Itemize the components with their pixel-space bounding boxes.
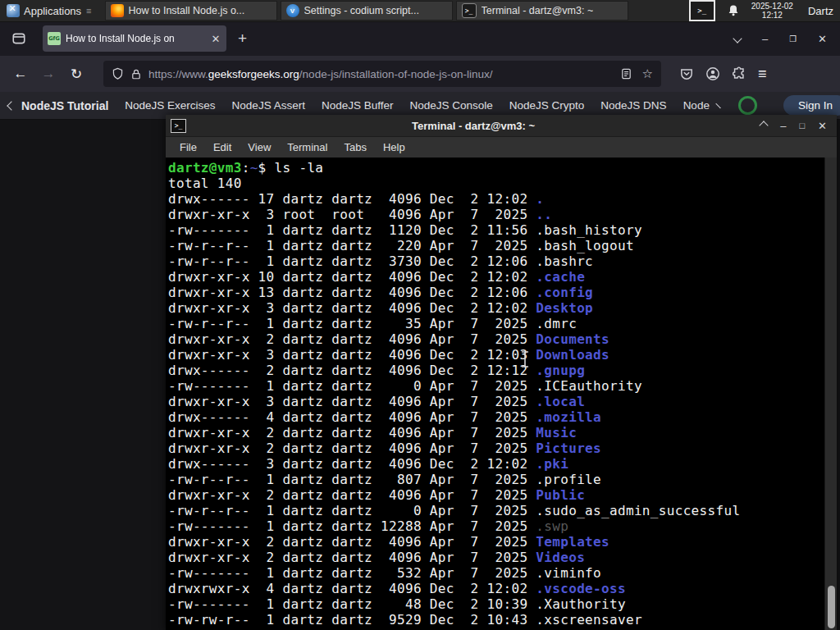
reader-view-icon[interactable] <box>620 67 632 80</box>
terminal-output[interactable]: dartz@vm3:~$ ls -la total 140 drwx------… <box>166 158 837 630</box>
nav-link[interactable]: NodeJS DNS <box>600 99 666 112</box>
file-name: .. <box>536 207 552 222</box>
menu-icon[interactable]: ≡ <box>758 66 767 83</box>
file-name: .bash_history <box>536 222 642 238</box>
file-name: Videos <box>536 550 585 565</box>
account-icon[interactable] <box>705 66 720 81</box>
file-name: .sudo_as_admin_successful <box>536 503 740 518</box>
file-name: .bashrc <box>536 253 593 269</box>
applications-menu-button[interactable]: Applications ≡ <box>0 0 98 21</box>
nav-link[interactable]: NodeJS Tutorial <box>8 99 108 112</box>
terminal-menu-view[interactable]: View <box>240 139 278 156</box>
nav-link[interactable]: NodeJS Assert <box>232 99 305 112</box>
terminal-scrollbar[interactable] <box>824 158 837 630</box>
terminal-menu-file[interactable]: File <box>172 139 204 156</box>
panel-window-button[interactable]: >_Terminal - dartz@vm3: ~ <box>456 1 628 21</box>
menu-lines-icon: ≡ <box>86 6 91 16</box>
prompt-user: dartz@vm3 <box>168 160 242 176</box>
terminal-window-icon: >_ <box>171 119 186 133</box>
nav-link[interactable]: Node <box>683 99 710 112</box>
tab-close-icon[interactable]: ✕ <box>210 33 221 45</box>
ls-row: drwx------ 2 dartz dartz 4096 Dec 2 12:1… <box>168 363 837 378</box>
minimize-button[interactable]: – <box>762 33 768 45</box>
ls-row: drwx------ 17 dartz dartz 4096 Dec 2 12:… <box>168 191 837 207</box>
codium-icon: V <box>286 4 299 17</box>
terminal-close-button[interactable]: ✕ <box>818 120 827 132</box>
shield-icon[interactable] <box>112 67 124 80</box>
ls-row: drwxr-xr-x 2 dartz dartz 4096 Apr 7 2025… <box>168 425 837 441</box>
file-name: Music <box>536 425 577 441</box>
panel-username[interactable]: Dartz <box>808 5 833 17</box>
bookmark-star-icon[interactable]: ☆ <box>642 66 653 81</box>
active-tab[interactable]: GfG How to Install Node.js on ✕ <box>43 25 226 52</box>
prompt-colon: : <box>242 160 250 176</box>
file-name: Public <box>536 487 585 503</box>
ls-row: drwxr-xr-x 3 dartz dartz 4096 Apr 7 2025… <box>168 394 837 409</box>
ls-row: drwx------ 3 dartz dartz 4096 Dec 2 12:0… <box>168 456 837 472</box>
search-icon[interactable] <box>738 96 757 115</box>
terminal-menu-help[interactable]: Help <box>376 139 413 156</box>
back-button[interactable]: ← <box>8 62 33 86</box>
ls-row: -rw------- 1 dartz dartz 12288 Apr 7 202… <box>168 518 837 534</box>
sign-in-button[interactable]: Sign In <box>783 95 840 116</box>
toolbar-right-icons: ≡ <box>679 66 767 83</box>
ls-row: drwxr-xr-x 10 dartz dartz 4096 Dec 2 12:… <box>168 269 837 285</box>
firefox-view-icon[interactable] <box>7 27 31 50</box>
geeksforgeeks-favicon: GfG <box>48 32 61 45</box>
shade-button[interactable] <box>760 121 769 130</box>
window-button-label: Terminal - dartz@vm3: ~ <box>482 5 594 16</box>
ls-row: -rw-r--r-- 1 dartz dartz 220 Apr 7 2025 … <box>168 238 837 253</box>
system-tray: >_ 2025-12-02 12:12 Dartz <box>689 0 840 21</box>
nav-link[interactable]: NodeJS Crypto <box>509 99 585 112</box>
panel-window-buttons: How to Install Node.js o...VSettings - c… <box>103 0 630 21</box>
reload-button[interactable]: ↻ <box>64 62 89 86</box>
lock-icon[interactable] <box>130 68 142 80</box>
terminal-titlebar[interactable]: >_ Terminal - dartz@vm3: ~ – □ ✕ <box>166 115 837 136</box>
close-button[interactable]: ✕ <box>818 33 827 45</box>
new-tab-button[interactable]: + <box>238 30 247 48</box>
ls-row: drwxr-xr-x 3 dartz dartz 4096 Dec 2 12:0… <box>168 347 837 363</box>
ls-row: -rw------- 1 dartz dartz 0 Apr 7 2025 .I… <box>168 378 837 394</box>
maximize-button[interactable]: ❒ <box>789 34 797 43</box>
ls-row: drwxr-xr-x 3 dartz dartz 4096 Dec 2 12:0… <box>168 300 837 316</box>
pocket-icon[interactable] <box>679 66 694 81</box>
tab-list-chevron-icon[interactable] <box>733 34 742 43</box>
navigation-toolbar: ← → ↻ https://www.geeksforgeeks.org/node… <box>0 56 840 92</box>
chevron-left-icon[interactable] <box>7 101 16 110</box>
terminal-tray-icon[interactable]: >_ <box>689 0 715 21</box>
nav-link[interactable]: NodeJS Exercises <box>125 99 215 112</box>
window-controls: – ❒ ✕ <box>734 33 840 45</box>
nav-link[interactable]: NodeJS Buffer <box>322 99 394 112</box>
clock-time: 12:12 <box>751 11 793 20</box>
ls-row: drwxr-xr-x 2 dartz dartz 4096 Apr 7 2025… <box>168 441 837 456</box>
url-bar[interactable]: https://www.geeksforgeeks.org/node-js/in… <box>103 61 661 87</box>
ls-row: -rw------- 1 dartz dartz 48 Dec 2 10:39 … <box>168 596 837 612</box>
panel-window-button[interactable]: VSettings - codium script... <box>281 1 453 21</box>
file-name: .bash_logout <box>536 238 634 253</box>
terminal-menu-terminal[interactable]: Terminal <box>280 139 335 156</box>
notification-bell-icon[interactable] <box>727 4 740 17</box>
terminal-minimize-button[interactable]: – <box>780 120 786 132</box>
ls-row: -rw-r--r-- 1 dartz dartz 0 Apr 7 2025 .s… <box>168 503 837 518</box>
terminal-maximize-button[interactable]: □ <box>799 121 805 130</box>
ls-row: -rw-r--r-- 1 dartz dartz 807 Apr 7 2025 … <box>168 472 837 487</box>
clock-date: 2025-12-02 <box>751 2 793 11</box>
tab-title: How to Install Node.js on <box>66 33 205 44</box>
tab-bar: GfG How to Install Node.js on ✕ + – ❒ ✕ <box>0 21 840 56</box>
url-domain: geeksforgeeks.org <box>208 68 299 80</box>
forward-button[interactable]: → <box>36 62 61 86</box>
extensions-icon[interactable] <box>732 66 746 81</box>
chevron-right-icon[interactable] <box>715 103 720 107</box>
terminal-menu-edit[interactable]: Edit <box>206 139 239 156</box>
nav-link[interactable]: NodeJS Console <box>409 99 492 112</box>
terminal-scrollbar-thumb[interactable] <box>828 586 835 628</box>
file-name: .gnupg <box>536 363 585 378</box>
ls-row: drwxr-xr-x 2 dartz dartz 4096 Apr 7 2025… <box>168 331 837 347</box>
ls-row: -rw-r--r-- 1 dartz dartz 35 Apr 7 2025 .… <box>168 316 837 331</box>
panel-clock[interactable]: 2025-12-02 12:12 <box>751 2 793 20</box>
terminal-menu-tabs[interactable]: Tabs <box>336 139 373 156</box>
file-name: .pki <box>536 456 568 472</box>
file-name: .vscode-oss <box>536 581 626 596</box>
panel-window-button[interactable]: How to Install Node.js o... <box>105 1 277 21</box>
url-text[interactable]: https://www.geeksforgeeks.org/node-js/in… <box>148 68 614 80</box>
